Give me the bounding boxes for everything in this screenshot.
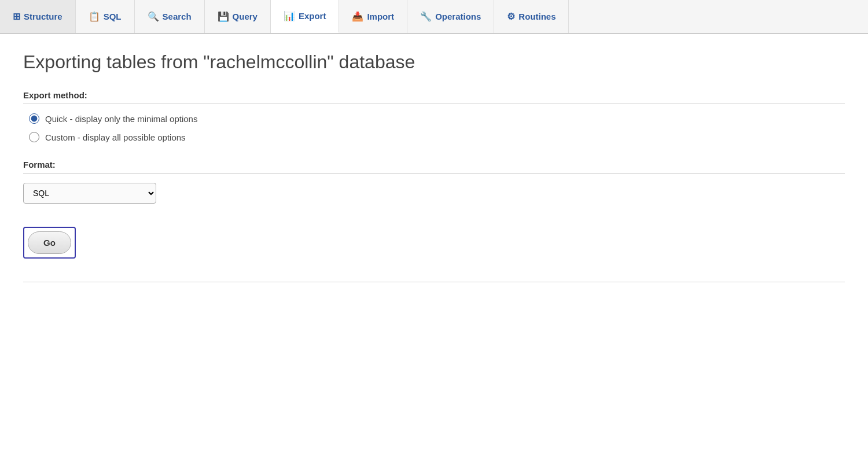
tab-export[interactable]: 📊 Export <box>271 0 340 33</box>
tab-search-label: Search <box>163 12 192 21</box>
tab-routines-label: Routines <box>518 12 556 21</box>
radio-quick-label[interactable]: Quick - display only the minimal options <box>45 114 197 124</box>
main-content: Exporting tables from "rachelmccollin" d… <box>0 34 868 300</box>
tab-bar: ⊞ Structure 📋 SQL 🔍 Search 💾 Query 📊 Exp… <box>0 0 868 34</box>
tab-import[interactable]: 📥 Import <box>339 0 407 33</box>
tab-routines[interactable]: ⚙ Routines <box>494 0 569 33</box>
format-section: Format: SQL CSV JSON XML PDF Excel <box>23 160 845 204</box>
format-label: Format: <box>23 160 845 174</box>
page-title: Exporting tables from "rachelmccollin" d… <box>23 51 845 73</box>
tab-operations-label: Operations <box>435 12 481 21</box>
tab-sql-label: SQL <box>104 12 122 21</box>
tab-structure-label: Structure <box>24 12 62 21</box>
tab-operations[interactable]: 🔧 Operations <box>407 0 494 33</box>
tab-import-label: Import <box>367 12 394 21</box>
export-method-radio-group: Quick - display only the minimal options… <box>29 113 845 142</box>
radio-custom[interactable] <box>29 132 39 142</box>
search-icon: 🔍 <box>148 11 159 22</box>
radio-item-quick[interactable]: Quick - display only the minimal options <box>29 113 845 124</box>
tab-export-label: Export <box>299 11 326 21</box>
radio-item-custom[interactable]: Custom - display all possible options <box>29 132 845 142</box>
go-button[interactable]: Go <box>28 231 71 254</box>
query-icon: 💾 <box>218 11 229 22</box>
export-method-section: Export method: Quick - display only the … <box>23 90 845 142</box>
export-icon: 📊 <box>284 10 295 21</box>
tab-sql[interactable]: 📋 SQL <box>76 0 135 33</box>
format-select[interactable]: SQL CSV JSON XML PDF Excel <box>23 183 156 204</box>
sql-icon: 📋 <box>89 11 100 22</box>
import-icon: 📥 <box>352 11 363 22</box>
tab-search[interactable]: 🔍 Search <box>135 0 205 33</box>
tab-structure[interactable]: ⊞ Structure <box>0 0 76 33</box>
bottom-divider <box>23 282 845 282</box>
export-method-label: Export method: <box>23 90 845 104</box>
go-button-wrapper: Go <box>23 227 76 259</box>
structure-icon: ⊞ <box>13 11 20 22</box>
operations-icon: 🔧 <box>420 11 432 22</box>
radio-custom-label[interactable]: Custom - display all possible options <box>45 132 186 142</box>
tab-query-label: Query <box>233 12 258 21</box>
radio-quick[interactable] <box>29 113 39 124</box>
tab-query[interactable]: 💾 Query <box>205 0 271 33</box>
routines-icon: ⚙ <box>507 11 515 22</box>
